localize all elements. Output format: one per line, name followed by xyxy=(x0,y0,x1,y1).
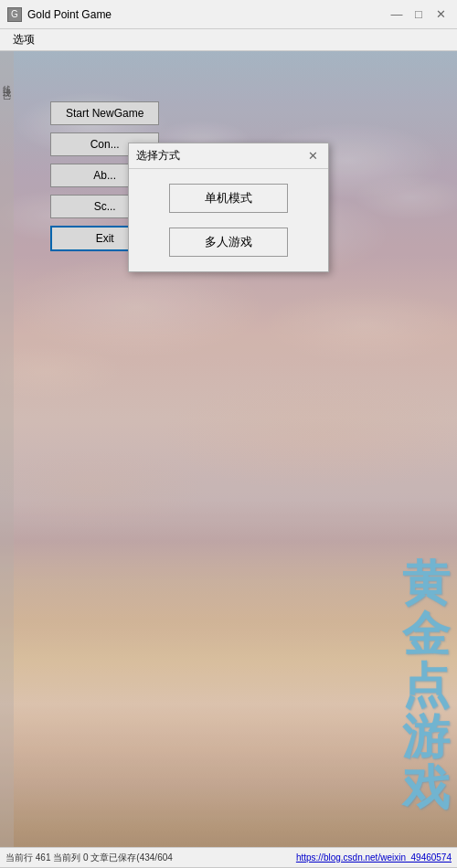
window-controls: — □ ✕ xyxy=(388,5,450,24)
status-link[interactable]: https://blog.csdn.net/weixin_49460574 xyxy=(296,852,452,863)
app-icon: G xyxy=(7,7,22,22)
maximize-button[interactable]: □ xyxy=(409,5,428,24)
status-bar: 当前行 461 当前列 0 文章已保存(434/604 https://blog… xyxy=(0,847,457,867)
status-left: 当前行 461 当前列 0 文章已保存(434/604 xyxy=(5,852,173,864)
game-content: 线 现 已 Start NewGame Con... Ab... Sc... E… xyxy=(0,51,457,867)
close-button[interactable]: ✕ xyxy=(431,5,450,24)
dialog-title: 选择方式 xyxy=(136,148,180,164)
menu-options[interactable]: 选项 xyxy=(7,30,40,49)
dialog-titlebar: 选择方式 ✕ xyxy=(129,143,328,169)
minimize-button[interactable]: — xyxy=(388,5,406,24)
single-player-button[interactable]: 单机模式 xyxy=(169,184,288,213)
window-title: Gold Point Game xyxy=(27,8,112,21)
title-bar: G Gold Point Game — □ ✕ xyxy=(0,0,457,29)
modal-overlay: 选择方式 ✕ 单机模式 多人游戏 xyxy=(0,51,457,867)
title-bar-left: G Gold Point Game xyxy=(7,7,112,22)
multiplayer-button[interactable]: 多人游戏 xyxy=(169,228,288,257)
dialog-body: 单机模式 多人游戏 xyxy=(129,169,328,271)
dialog-close-button[interactable]: ✕ xyxy=(304,148,321,164)
mode-selection-dialog: 选择方式 ✕ 单机模式 多人游戏 xyxy=(128,143,329,272)
menu-bar: 选项 xyxy=(0,29,457,51)
